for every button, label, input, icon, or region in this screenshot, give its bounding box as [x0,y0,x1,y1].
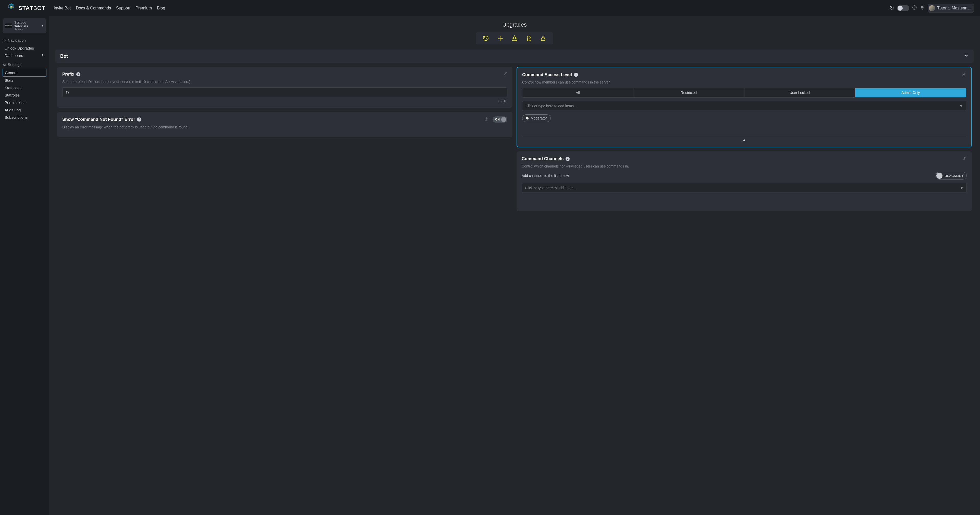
nav-section-header: Navigation [3,38,46,42]
upgrades-title: Upgrades [49,21,980,28]
svg-point-11 [500,38,501,39]
sidebar-item-stats[interactable]: Stats [3,77,46,84]
sidebar-item-statroles[interactable]: Statroles [3,91,46,99]
caret-down-icon: ▼ [41,24,44,27]
cnf-title: Show "Command Not Found" Error i [62,117,141,122]
logo-text: STATBOT [18,5,45,11]
bell-icon[interactable] [920,5,924,11]
sidebar-item-dashboard[interactable]: Dashboard [3,52,46,59]
theme-toggle[interactable] [897,5,909,11]
sidebar-item-general[interactable]: General [3,69,46,77]
cal-desc: Control how members can use commands in … [522,80,966,84]
crosshair-icon[interactable] [497,35,503,41]
pin-icon[interactable] [484,117,489,122]
cc-dropdown[interactable]: Click or type here to add items... ▼ [522,183,967,193]
prefix-card: Prefix i Set the prefix of Discord bot f… [57,67,512,108]
seg-restricted[interactable]: Restricted [633,88,745,97]
server-icon: STATBOT [5,24,12,28]
seg-admin-only[interactable]: Admin Only [855,88,966,97]
sidebar-item-unlock-upgrades[interactable]: Unlock Upgrades [3,45,46,52]
seg-user-locked[interactable]: User Locked [745,88,856,97]
sidebar-item-audit-log[interactable]: Audit Log [3,106,46,114]
seg-all[interactable]: All [522,88,633,97]
gear-icon[interactable] [912,5,917,11]
sidebar-item-permissions[interactable]: Permissions [3,99,46,106]
info-icon[interactable]: i [574,73,578,77]
caret-down-icon: ▼ [960,186,963,190]
role-dot-icon [526,117,528,120]
chevron-right-icon [41,53,45,58]
server-name: Statbot Tutorials [14,21,39,28]
upgrades-bar: Upgrades [49,16,980,49]
info-icon[interactable]: i [137,118,141,121]
prefix-title: Prefix i [62,72,80,77]
pin-icon[interactable] [962,72,966,78]
prefix-counter: 0 / 10 [62,99,508,103]
user-menu[interactable]: Tutorial Master#… [928,4,974,13]
sidebar: STATBOT Statbot Tutorials Settings ▼ Nav… [0,16,49,515]
svg-point-13 [527,36,530,39]
caret-up-icon: ▲ [742,138,746,142]
info-icon[interactable]: i [566,157,570,161]
moon-icon [889,5,894,11]
cnf-desc: Display an error message when the bot pr… [62,125,508,129]
cnf-toggle[interactable]: ON [493,116,508,123]
info-icon[interactable]: i [76,72,80,77]
cnf-card: Show "Command Not Found" Error i ON Disp… [57,112,512,137]
main-content: Upgrades Bot Prefix i [49,16,980,515]
sidebar-item-statdocks[interactable]: Statdocks [3,84,46,91]
bot-section-title: Bot [60,54,68,59]
settings-section-header: Settings [3,62,46,67]
collapse-bar[interactable]: ▲ [522,135,966,142]
logo-icon: SB [6,3,16,13]
top-header: SB STATBOT Invite Bot Docs & Commands Su… [0,0,980,16]
award-icon[interactable] [526,35,532,41]
prefix-desc: Set the prefix of Discord bot for your s… [62,80,508,84]
cc-subtext: Add channels to the list below. [522,174,570,178]
cc-desc: Control which channels non-Privileged us… [522,164,967,168]
cal-dropdown[interactable]: Click or type here to add items... ▼ [522,101,966,111]
svg-point-6 [914,7,915,8]
pin-icon[interactable] [962,156,967,162]
ship-icon[interactable] [540,35,546,41]
sidebar-item-subscriptions[interactable]: Subscriptions [3,114,46,121]
nav-invite-bot[interactable]: Invite Bot [54,6,71,11]
top-nav: Invite Bot Docs & Commands Support Premi… [54,6,165,11]
caret-down-icon: ▼ [959,104,963,108]
role-tag-moderator[interactable]: Moderator [522,115,551,122]
prefix-input[interactable] [62,87,508,97]
server-sub: Settings [14,28,39,31]
link-icon [3,38,6,42]
nav-premium[interactable]: Premium [135,6,152,11]
nav-docs[interactable]: Docs & Commands [76,6,111,11]
gear-icon [3,63,6,66]
tree-icon[interactable] [511,35,517,41]
svg-text:SB: SB [11,5,12,7]
chevron-down-icon [964,53,969,59]
logo[interactable]: SB STATBOT [6,3,45,13]
pin-icon[interactable] [503,72,508,77]
server-selector[interactable]: STATBOT Statbot Tutorials Settings ▼ [3,18,46,33]
avatar [929,5,935,11]
history-icon[interactable] [483,35,489,41]
header-right: Tutorial Master#… [889,4,974,13]
cc-card: Command Channels i Control which channel… [517,151,972,211]
cal-segmented: All Restricted User Locked Admin Only [522,88,966,97]
upgrade-icons [476,32,553,45]
blacklist-toggle[interactable]: BLACKLIST [935,172,967,180]
user-name: Tutorial Master#… [937,6,970,11]
bot-section-header[interactable]: Bot [55,49,974,63]
nav-blog[interactable]: Blog [157,6,165,11]
cal-title: Command Access Level i [522,72,578,77]
cc-title: Command Channels i [522,156,570,161]
nav-support[interactable]: Support [116,6,130,11]
cal-card: Command Access Level i Control how membe… [517,67,972,147]
